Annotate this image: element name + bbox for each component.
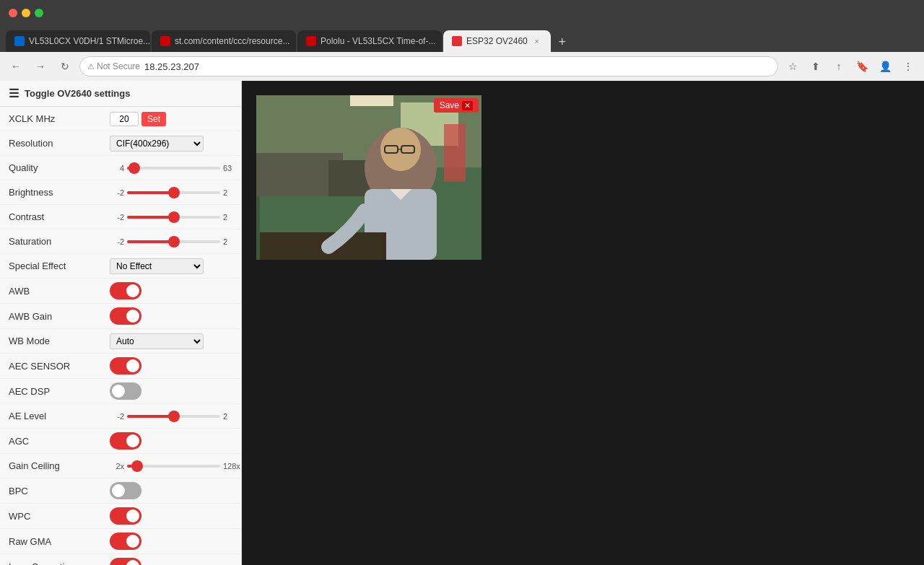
- wb-mode-label: WB Mode: [9, 336, 110, 346]
- minimize-window-button[interactable]: [22, 9, 30, 17]
- resolution-select[interactable]: UXGA(1600x1200) SXGA(1280x1024) XGA(1024…: [110, 136, 204, 152]
- hamburger-icon[interactable]: ☰: [9, 87, 19, 100]
- maximize-window-button[interactable]: [35, 9, 43, 17]
- new-tab-button[interactable]: +: [552, 32, 572, 52]
- gain-ceiling-min: 2x: [110, 462, 124, 470]
- back-button[interactable]: ←: [6, 56, 26, 76]
- ae-level-max: 2: [223, 412, 237, 421]
- tab-label-st: st.com/content/ccc/resource...: [175, 36, 289, 46]
- tab-stm[interactable]: VL53L0CX V0DH/1 STMicroe... ×: [6, 30, 150, 52]
- save-button[interactable]: Save ✕: [434, 98, 479, 113]
- wpc-toggle[interactable]: [110, 507, 141, 525]
- gain-ceiling-slider[interactable]: [127, 465, 220, 468]
- aec-dsp-toggle[interactable]: [110, 382, 141, 400]
- ae-level-control: -2 2: [110, 412, 237, 421]
- lens-correction-row: Lens Correction: [0, 554, 241, 565]
- saturation-slider[interactable]: [127, 240, 220, 243]
- save-page-button[interactable]: 🔖: [852, 56, 872, 76]
- raw-gma-toggle[interactable]: [110, 533, 141, 550]
- tab-esp32[interactable]: ESP32 OV2460 ×: [443, 30, 551, 52]
- bpc-toggle[interactable]: [110, 482, 141, 499]
- brightness-control: -2 2: [110, 188, 237, 197]
- wpc-row: WPC: [0, 504, 241, 529]
- aec-dsp-row: AEC DSP: [0, 379, 241, 404]
- save-label: Save: [440, 100, 459, 110]
- reload-button[interactable]: ↻: [55, 56, 75, 76]
- quality-control: 4 63: [110, 164, 237, 172]
- contrast-row: Contrast -2 2: [0, 205, 241, 229]
- gain-ceiling-max: 128x: [223, 462, 240, 470]
- settings-panel: ☰ Toggle OV2640 settings XCLK MHz Set Re…: [0, 81, 242, 565]
- camera-frame: Save ✕: [256, 95, 481, 260]
- wpc-toggle-slider: [110, 507, 141, 525]
- aec-dsp-control: [110, 382, 232, 400]
- close-window-button[interactable]: [9, 9, 17, 17]
- wpc-control: [110, 507, 232, 525]
- tab-close-pololu[interactable]: ×: [440, 36, 442, 46]
- special-effect-row: Special Effect No Effect Negative Graysc…: [0, 254, 241, 279]
- not-secure-icon: ⚠: [87, 62, 95, 71]
- aec-sensor-toggle[interactable]: [110, 357, 141, 375]
- profile-button[interactable]: 👤: [875, 56, 895, 76]
- saturation-min: -2: [110, 237, 124, 246]
- tab-st[interactable]: st.com/content/ccc/resource... ×: [152, 30, 296, 52]
- awb-gain-label: AWB Gain: [9, 311, 110, 322]
- tab-close-esp32[interactable]: ×: [532, 36, 542, 46]
- gain-ceiling-control: 2x 128x: [110, 462, 240, 470]
- special-effect-control: No Effect Negative Grayscale Red Tint Gr…: [110, 258, 232, 274]
- awb-gain-toggle[interactable]: [110, 307, 141, 325]
- xclk-input[interactable]: [110, 112, 139, 126]
- ae-level-slider[interactable]: [127, 415, 220, 418]
- forward-button[interactable]: →: [30, 56, 51, 76]
- quality-slider-container: 4 63: [110, 164, 237, 172]
- contrast-slider-container: -2 2: [110, 213, 237, 222]
- agc-toggle[interactable]: [110, 432, 141, 450]
- camera-feed: [256, 95, 481, 260]
- xclk-row: XCLK MHz Set: [0, 107, 241, 131]
- bpc-row: BPC: [0, 478, 241, 504]
- tab-close-st[interactable]: ×: [294, 36, 296, 46]
- not-secure-label: Not Secure: [97, 61, 140, 71]
- svg-rect-13: [444, 124, 466, 182]
- xclk-control: Set: [110, 112, 232, 126]
- extensions-button[interactable]: ⬆: [806, 56, 826, 76]
- wb-mode-select[interactable]: Auto Sunny Cloudy Office Home: [110, 333, 204, 349]
- share-button[interactable]: ↑: [829, 56, 849, 76]
- quality-slider[interactable]: [127, 167, 220, 170]
- saturation-control: -2 2: [110, 237, 237, 246]
- awb-toggle[interactable]: [110, 282, 141, 299]
- save-close-icon[interactable]: ✕: [462, 101, 473, 110]
- special-effect-label: Special Effect: [9, 260, 110, 271]
- lens-correction-toggle[interactable]: [110, 558, 141, 565]
- traffic-lights: [9, 9, 43, 17]
- brightness-slider-container: -2 2: [110, 188, 237, 197]
- tab-favicon-st: [160, 36, 170, 46]
- brightness-max: 2: [223, 188, 237, 197]
- wpc-label: WPC: [9, 511, 110, 522]
- contrast-slider[interactable]: [127, 216, 220, 219]
- lens-correction-toggle-slider: [110, 558, 141, 565]
- nav-actions: ☆ ⬆ ↑ 🔖 👤 ⋮: [783, 56, 918, 76]
- title-bar: [0, 0, 924, 26]
- bookmark-button[interactable]: ☆: [783, 56, 803, 76]
- settings-header: ☰ Toggle OV2640 settings: [0, 81, 241, 107]
- brightness-slider[interactable]: [127, 191, 220, 194]
- bpc-control: [110, 482, 232, 499]
- special-effect-select[interactable]: No Effect Negative Grayscale Red Tint Gr…: [110, 258, 204, 274]
- aec-dsp-toggle-slider: [110, 382, 141, 400]
- quality-label: Quality: [9, 162, 110, 173]
- menu-button[interactable]: ⋮: [898, 56, 918, 76]
- tab-pololu[interactable]: Pololu - VL53L5CX Time-of-... ×: [297, 30, 442, 52]
- saturation-slider-container: -2 2: [110, 237, 237, 246]
- aec-sensor-row: AEC SENSOR: [0, 354, 241, 379]
- gain-ceiling-row: Gain Ceiling 2x 128x: [0, 454, 241, 478]
- set-button[interactable]: Set: [141, 112, 166, 126]
- saturation-max: 2: [223, 237, 237, 246]
- gain-ceiling-slider-container: 2x 128x: [110, 462, 240, 470]
- tab-favicon-stm: [14, 36, 25, 46]
- agc-row: AGC: [0, 429, 241, 454]
- brightness-label: Brightness: [9, 187, 110, 198]
- awb-label: AWB: [9, 286, 110, 297]
- address-bar[interactable]: ⚠ Not Secure 18.25.23.207: [79, 56, 778, 76]
- saturation-row: Saturation -2 2: [0, 229, 241, 254]
